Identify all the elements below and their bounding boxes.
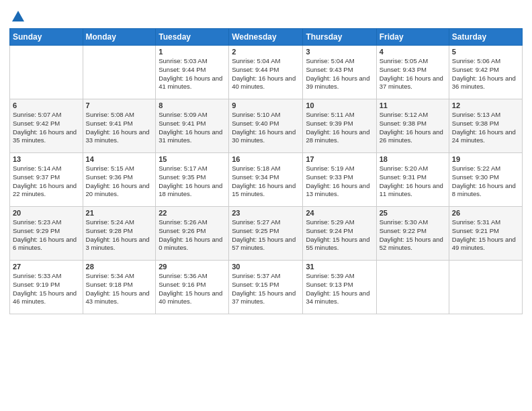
calendar-cell: 21Sunrise: 5:24 AM Sunset: 9:28 PM Dayli…	[83, 207, 156, 261]
calendar-week-row: 27Sunrise: 5:33 AM Sunset: 9:19 PM Dayli…	[10, 261, 523, 314]
day-number: 6	[13, 101, 80, 109]
day-info: Sunrise: 5:12 AM Sunset: 9:38 PM Dayligh…	[380, 111, 446, 145]
day-info: Sunrise: 5:18 AM Sunset: 9:34 PM Dayligh…	[232, 165, 300, 199]
day-info: Sunrise: 5:34 AM Sunset: 9:18 PM Dayligh…	[86, 272, 153, 306]
calendar-cell	[376, 261, 449, 314]
day-number: 27	[13, 263, 80, 271]
day-number: 4	[380, 48, 446, 56]
day-number: 15	[159, 155, 226, 163]
day-number: 19	[452, 155, 519, 163]
day-info: Sunrise: 5:07 AM Sunset: 9:42 PM Dayligh…	[13, 111, 80, 145]
col-header-tuesday: Tuesday	[156, 29, 229, 46]
calendar-cell: 26Sunrise: 5:31 AM Sunset: 9:21 PM Dayli…	[449, 207, 522, 261]
day-number: 22	[159, 209, 226, 217]
calendar-cell: 11Sunrise: 5:12 AM Sunset: 9:38 PM Dayli…	[376, 99, 449, 153]
calendar-week-row: 6Sunrise: 5:07 AM Sunset: 9:42 PM Daylig…	[10, 99, 523, 153]
day-number: 25	[380, 209, 446, 217]
day-number: 3	[306, 48, 373, 56]
day-info: Sunrise: 5:17 AM Sunset: 9:35 PM Dayligh…	[159, 165, 226, 199]
svg-marker-0	[12, 11, 24, 21]
calendar-cell: 7Sunrise: 5:08 AM Sunset: 9:41 PM Daylig…	[83, 99, 156, 153]
calendar: SundayMondayTuesdayWednesdayThursdayFrid…	[9, 28, 523, 314]
day-number: 2	[232, 48, 300, 56]
day-info: Sunrise: 5:10 AM Sunset: 9:40 PM Dayligh…	[232, 111, 300, 145]
day-info: Sunrise: 5:24 AM Sunset: 9:28 PM Dayligh…	[86, 218, 153, 253]
day-number: 29	[159, 263, 226, 271]
day-number: 17	[306, 155, 373, 163]
calendar-cell: 14Sunrise: 5:15 AM Sunset: 9:36 PM Dayli…	[83, 153, 156, 207]
day-number: 24	[306, 209, 373, 217]
calendar-cell: 31Sunrise: 5:39 AM Sunset: 9:13 PM Dayli…	[303, 261, 376, 314]
day-number: 11	[380, 101, 446, 109]
day-number: 21	[86, 209, 153, 217]
day-info: Sunrise: 5:33 AM Sunset: 9:19 PM Dayligh…	[13, 272, 80, 306]
day-number: 26	[452, 209, 519, 217]
day-number: 20	[13, 209, 80, 217]
day-info: Sunrise: 5:09 AM Sunset: 9:41 PM Dayligh…	[159, 111, 226, 145]
day-info: Sunrise: 5:22 AM Sunset: 9:30 PM Dayligh…	[452, 165, 519, 199]
day-number: 1	[159, 48, 226, 56]
col-header-saturday: Saturday	[449, 29, 522, 46]
calendar-cell: 25Sunrise: 5:30 AM Sunset: 9:22 PM Dayli…	[376, 207, 449, 261]
day-info: Sunrise: 5:29 AM Sunset: 9:24 PM Dayligh…	[306, 218, 373, 253]
calendar-cell: 8Sunrise: 5:09 AM Sunset: 9:41 PM Daylig…	[156, 99, 229, 153]
calendar-cell: 2Sunrise: 5:04 AM Sunset: 9:44 PM Daylig…	[229, 46, 303, 99]
calendar-cell: 1Sunrise: 5:03 AM Sunset: 9:44 PM Daylig…	[156, 46, 229, 99]
calendar-cell: 4Sunrise: 5:05 AM Sunset: 9:43 PM Daylig…	[376, 46, 449, 99]
day-info: Sunrise: 5:14 AM Sunset: 9:37 PM Dayligh…	[13, 165, 80, 199]
day-number: 7	[86, 101, 153, 109]
col-header-monday: Monday	[83, 29, 156, 46]
day-info: Sunrise: 5:23 AM Sunset: 9:29 PM Dayligh…	[13, 218, 80, 253]
day-info: Sunrise: 5:04 AM Sunset: 9:44 PM Dayligh…	[232, 57, 300, 91]
calendar-cell: 13Sunrise: 5:14 AM Sunset: 9:37 PM Dayli…	[10, 153, 83, 207]
calendar-cell: 15Sunrise: 5:17 AM Sunset: 9:35 PM Dayli…	[156, 153, 229, 207]
day-info: Sunrise: 5:37 AM Sunset: 9:15 PM Dayligh…	[232, 272, 300, 306]
calendar-cell	[10, 46, 83, 99]
header	[9, 7, 523, 23]
calendar-cell	[83, 46, 156, 99]
calendar-cell: 10Sunrise: 5:11 AM Sunset: 9:39 PM Dayli…	[303, 99, 376, 153]
calendar-week-row: 13Sunrise: 5:14 AM Sunset: 9:37 PM Dayli…	[10, 153, 523, 207]
calendar-cell: 20Sunrise: 5:23 AM Sunset: 9:29 PM Dayli…	[10, 207, 83, 261]
day-number: 12	[452, 101, 519, 109]
day-number: 18	[380, 155, 446, 163]
calendar-cell: 24Sunrise: 5:29 AM Sunset: 9:24 PM Dayli…	[303, 207, 376, 261]
calendar-cell: 16Sunrise: 5:18 AM Sunset: 9:34 PM Dayli…	[229, 153, 303, 207]
col-header-wednesday: Wednesday	[229, 29, 303, 46]
day-number: 9	[232, 101, 300, 109]
calendar-cell: 30Sunrise: 5:37 AM Sunset: 9:15 PM Dayli…	[229, 261, 303, 314]
page: SundayMondayTuesdayWednesdayThursdayFrid…	[0, 0, 532, 411]
day-info: Sunrise: 5:36 AM Sunset: 9:16 PM Dayligh…	[159, 272, 226, 306]
day-info: Sunrise: 5:11 AM Sunset: 9:39 PM Dayligh…	[306, 111, 373, 145]
day-number: 5	[452, 48, 519, 56]
day-number: 28	[86, 263, 153, 271]
col-header-sunday: Sunday	[10, 29, 83, 46]
calendar-cell: 5Sunrise: 5:06 AM Sunset: 9:42 PM Daylig…	[449, 46, 522, 99]
logo	[9, 9, 26, 23]
calendar-cell: 27Sunrise: 5:33 AM Sunset: 9:19 PM Dayli…	[10, 261, 83, 314]
calendar-cell: 3Sunrise: 5:04 AM Sunset: 9:43 PM Daylig…	[303, 46, 376, 99]
day-number: 13	[13, 155, 80, 163]
calendar-week-row: 20Sunrise: 5:23 AM Sunset: 9:29 PM Dayli…	[10, 207, 523, 261]
day-info: Sunrise: 5:30 AM Sunset: 9:22 PM Dayligh…	[380, 218, 446, 253]
calendar-cell: 9Sunrise: 5:10 AM Sunset: 9:40 PM Daylig…	[229, 99, 303, 153]
day-info: Sunrise: 5:03 AM Sunset: 9:44 PM Dayligh…	[159, 57, 226, 91]
calendar-cell	[449, 261, 522, 314]
day-info: Sunrise: 5:06 AM Sunset: 9:42 PM Dayligh…	[452, 57, 519, 91]
day-info: Sunrise: 5:05 AM Sunset: 9:43 PM Dayligh…	[380, 57, 446, 91]
day-info: Sunrise: 5:08 AM Sunset: 9:41 PM Dayligh…	[86, 111, 153, 145]
calendar-header-row: SundayMondayTuesdayWednesdayThursdayFrid…	[10, 29, 523, 46]
day-number: 30	[232, 263, 300, 271]
day-number: 10	[306, 101, 373, 109]
day-number: 23	[232, 209, 300, 217]
col-header-friday: Friday	[376, 29, 449, 46]
day-number: 14	[86, 155, 153, 163]
day-info: Sunrise: 5:27 AM Sunset: 9:25 PM Dayligh…	[232, 218, 300, 253]
day-info: Sunrise: 5:04 AM Sunset: 9:43 PM Dayligh…	[306, 57, 373, 91]
calendar-week-row: 1Sunrise: 5:03 AM Sunset: 9:44 PM Daylig…	[10, 46, 523, 99]
calendar-cell: 23Sunrise: 5:27 AM Sunset: 9:25 PM Dayli…	[229, 207, 303, 261]
day-info: Sunrise: 5:20 AM Sunset: 9:31 PM Dayligh…	[380, 165, 446, 199]
calendar-cell: 17Sunrise: 5:19 AM Sunset: 9:33 PM Dayli…	[303, 153, 376, 207]
day-number: 8	[159, 101, 226, 109]
day-info: Sunrise: 5:31 AM Sunset: 9:21 PM Dayligh…	[452, 218, 519, 253]
